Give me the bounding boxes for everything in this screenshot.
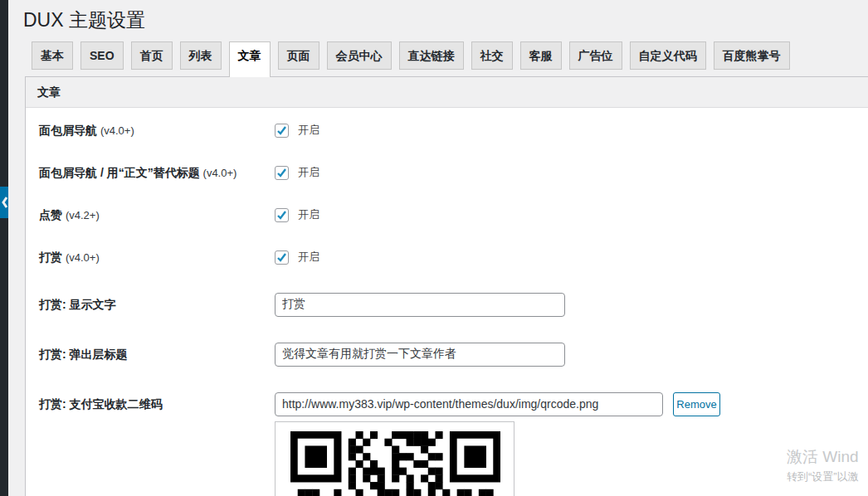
setting-label: 打赏: 弹出层标题 xyxy=(39,343,128,366)
tab-social[interactable]: 社交 xyxy=(471,41,513,70)
tab-support[interactable]: 客服 xyxy=(520,41,562,70)
setting-label-text: 面包屑导航 xyxy=(39,124,97,137)
collapse-menu-button[interactable] xyxy=(0,187,8,218)
setting-version: (v4.0+) xyxy=(66,251,100,264)
tab-page[interactable]: 页面 xyxy=(278,41,319,70)
toggle-status-label: 开启 xyxy=(298,123,319,138)
tab-list[interactable]: 列表 xyxy=(180,41,222,70)
checkmark-icon xyxy=(276,210,287,221)
tab-custom-code[interactable]: 自定义代码 xyxy=(630,41,706,70)
tab-basic[interactable]: 基本 xyxy=(32,41,73,70)
like-checkbox[interactable] xyxy=(275,208,289,222)
windows-activation-watermark-line2: 转到“设置”以激 xyxy=(787,469,859,484)
setting-label: 打赏: 显示文字 xyxy=(39,293,116,316)
setting-version: (v4.0+) xyxy=(100,124,134,137)
setting-row-breadcrumb-title: 面包屑导航 / 用“正文”替代标题 (v4.0+) 开启 xyxy=(26,161,856,184)
windows-activation-watermark-line1: 激活 Wind xyxy=(787,446,859,468)
setting-row-reward: 打赏 (v4.0+) 开启 xyxy=(26,246,856,269)
setting-label-text: 点赞 xyxy=(39,208,62,221)
remove-image-button[interactable]: Remove xyxy=(673,392,720,416)
setting-label-text: 面包屑导航 / 用“正文”替代标题 xyxy=(39,166,200,179)
tab-article[interactable]: 文章 xyxy=(229,41,271,77)
toggle-status-label: 开启 xyxy=(298,250,319,265)
tab-home[interactable]: 首页 xyxy=(131,41,173,70)
checkmark-icon xyxy=(276,168,287,178)
tab-baidu-xiongzhang[interactable]: 百度熊掌号 xyxy=(714,41,790,70)
setting-label: 打赏 (v4.0+) xyxy=(39,246,100,269)
chevron-left-icon xyxy=(0,187,8,218)
page-title: DUX 主题设置 xyxy=(23,7,145,33)
admin-sidebar-strip xyxy=(0,0,8,496)
tab-direct-links[interactable]: 直达链接 xyxy=(399,41,464,70)
checkmark-icon xyxy=(276,252,287,263)
tab-ads[interactable]: 广告位 xyxy=(569,41,622,70)
tab-member-center[interactable]: 会员中心 xyxy=(327,41,392,70)
toggle-status-label: 开启 xyxy=(298,165,319,180)
setting-row-reward-popup-title: 打赏: 弹出层标题 xyxy=(26,343,856,366)
reward-popup-title-input[interactable] xyxy=(275,343,565,367)
setting-label: 点赞 (v4.2+) xyxy=(39,203,100,226)
setting-version: (v4.2+) xyxy=(66,209,100,221)
setting-row-breadcrumb: 面包屑导航 (v4.0+) 开启 xyxy=(26,119,856,142)
reward-checkbox[interactable] xyxy=(275,250,289,265)
setting-row-reward-text: 打赏: 显示文字 xyxy=(26,293,856,316)
alipay-qrcode-url-input[interactable] xyxy=(275,392,663,416)
settings-tabbar: 基本 SEO 首页 列表 文章 页面 会员中心 直达链接 社交 客服 广告位 自… xyxy=(32,41,797,77)
setting-label: 面包屑导航 (v4.0+) xyxy=(39,119,134,142)
checkmark-icon xyxy=(276,125,287,136)
breadcrumb-checkbox[interactable] xyxy=(275,124,289,138)
article-settings-panel: 文章 面包屑导航 (v4.0+) 开启 面包屑导航 / 用“正文”替代标题 (v… xyxy=(25,76,868,496)
reward-text-input[interactable] xyxy=(275,293,565,317)
qrcode-preview-box xyxy=(275,421,514,496)
tab-seo[interactable]: SEO xyxy=(80,41,124,70)
setting-row-alipay-qrcode: 打赏: 支付宝收款二维码 Remove xyxy=(26,392,856,416)
toggle-status-label: 开启 xyxy=(298,207,319,222)
setting-row-like: 点赞 (v4.2+) 开启 xyxy=(26,203,856,226)
breadcrumb-title-checkbox[interactable] xyxy=(275,166,289,180)
setting-version: (v4.0+) xyxy=(203,167,237,179)
qrcode-image xyxy=(290,431,500,496)
setting-label-text: 打赏 xyxy=(39,250,62,264)
setting-label: 打赏: 支付宝收款二维码 xyxy=(39,392,163,416)
setting-label: 面包屑导航 / 用“正文”替代标题 (v4.0+) xyxy=(39,161,237,184)
panel-header: 文章 xyxy=(26,77,868,108)
